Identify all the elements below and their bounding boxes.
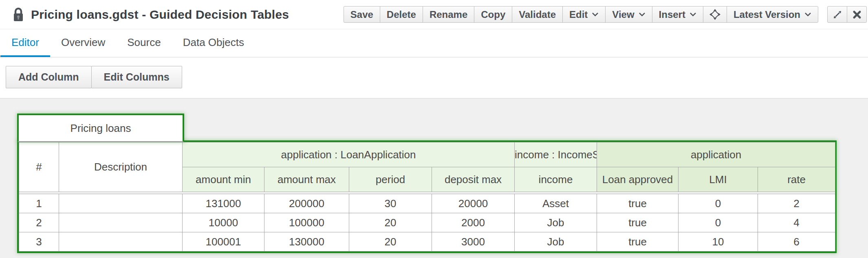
decision-table-grid: # Description application : LoanApplicat… [17,140,837,253]
table-row: 1 131000 200000 30 20000 Asset true 0 2 [19,194,835,213]
editor-canvas: Pricing loans # Description application … [0,98,868,258]
column-header-deposit-max[interactable]: deposit max [432,167,515,192]
column-header-income[interactable]: income [515,167,597,192]
lock-icon [12,7,24,22]
group-header-application-actions[interactable]: application [597,142,835,167]
tab-editor[interactable]: Editor [0,29,50,57]
close-icon [853,10,861,19]
decision-table-title-cell[interactable]: Pricing loans [17,114,184,142]
view-menu-button[interactable]: View [605,6,652,23]
table-row: 2 10000 100000 20 2000 Job true 0 4 [19,213,835,232]
validate-button[interactable]: Validate [512,6,563,23]
asset-toolbar: Save Delete Rename Copy Validate Edit Vi… [344,6,818,23]
group-header-loan-application[interactable]: application : LoanApplication [183,142,515,167]
copy-button[interactable]: Copy [474,6,512,23]
caret-down-icon [592,12,599,17]
table-cell[interactable]: 20000 [432,194,515,213]
expand-icon [833,10,842,20]
table-cell[interactable]: 131000 [183,194,264,213]
delete-button[interactable]: Delete [380,6,423,23]
reposition-button[interactable] [703,6,727,23]
guided-decision-table: Pricing loans # Description application … [17,114,837,253]
edit-menu-label: Edit [569,9,588,20]
table-cell[interactable]: 3000 [432,232,515,251]
column-header-amount-min[interactable]: amount min [183,167,264,192]
table-cell[interactable]: 2000 [432,213,515,232]
insert-menu-button[interactable]: Insert [652,6,703,23]
table-cell[interactable]: Job [515,232,597,251]
table-cell[interactable]: true [597,232,679,251]
row-number-cell[interactable]: 1 [19,194,59,213]
table-cell[interactable]: 20 [349,232,432,251]
table-cell[interactable]: 6 [758,232,835,251]
table-actions-row: Add Column Edit Columns [0,57,868,98]
view-menu-label: View [612,9,634,20]
rename-button[interactable]: Rename [423,6,474,23]
table-cell[interactable]: 30 [349,194,432,213]
table-cell[interactable]: 200000 [264,194,349,213]
caret-down-icon [804,12,811,17]
table-cell[interactable]: 10000 [183,213,264,232]
group-header-label: application : LoanApplication [183,149,514,161]
table-cell[interactable]: Job [515,213,597,232]
table-cell[interactable]: true [597,194,679,213]
column-header-loan-approved[interactable]: Loan approved [597,167,679,192]
add-column-button[interactable]: Add Column [6,66,92,88]
caret-down-icon [639,12,645,17]
table-cell[interactable]: 100001 [183,232,264,251]
caret-down-icon [690,12,696,17]
column-header-amount-max[interactable]: amount max [264,167,349,192]
close-button[interactable] [847,6,867,23]
tab-data-objects[interactable]: Data Objects [172,29,255,57]
description-cell[interactable] [59,232,183,251]
version-selector-label: Latest Version [734,9,800,20]
title-bar: Pricing loans.gdst - Guided Decision Tab… [0,0,868,29]
table-cell[interactable]: true [597,213,679,232]
version-selector-button[interactable]: Latest Version [727,6,818,23]
description-cell[interactable] [59,213,183,232]
panel-controls [827,6,867,23]
tab-overview[interactable]: Overview [50,29,116,57]
editor-tab-bar: Editor Overview Source Data Objects [0,29,868,57]
table-cell[interactable]: 20 [349,213,432,232]
insert-menu-label: Insert [659,9,685,20]
table-cell[interactable]: 0 [679,194,758,213]
save-button[interactable]: Save [344,6,380,23]
table-cell[interactable]: 0 [679,213,758,232]
page-title: Pricing loans.gdst - Guided Decision Tab… [31,8,289,22]
group-header-label: application [597,149,835,161]
row-number-cell[interactable]: 2 [19,213,59,232]
row-number-cell[interactable]: 3 [19,232,59,251]
table-cell[interactable]: 4 [758,213,835,232]
column-header-lmi[interactable]: LMI [679,167,758,192]
table-cell[interactable]: Asset [515,194,597,213]
edit-columns-button[interactable]: Edit Columns [91,66,182,88]
table-cell[interactable]: 100000 [264,213,349,232]
column-header-period[interactable]: period [349,167,432,192]
edit-menu-button[interactable]: Edit [562,6,606,23]
table-cell[interactable]: 10 [679,232,758,251]
table-cell[interactable]: 2 [758,194,835,213]
tab-source[interactable]: Source [116,29,172,57]
column-header-rate[interactable]: rate [758,167,835,192]
group-header-label: income : IncomeSource [515,149,597,161]
row-number-column-header[interactable]: # [19,142,59,192]
table-cell[interactable]: 130000 [264,232,349,251]
description-column-header[interactable]: Description [59,142,183,192]
move-icon [709,9,720,20]
table-row: 3 100001 130000 20 3000 Job true 10 6 [19,232,835,251]
group-header-income-source[interactable]: income : IncomeSource [515,142,597,167]
maximize-button[interactable] [827,6,847,23]
description-cell[interactable] [59,194,183,213]
